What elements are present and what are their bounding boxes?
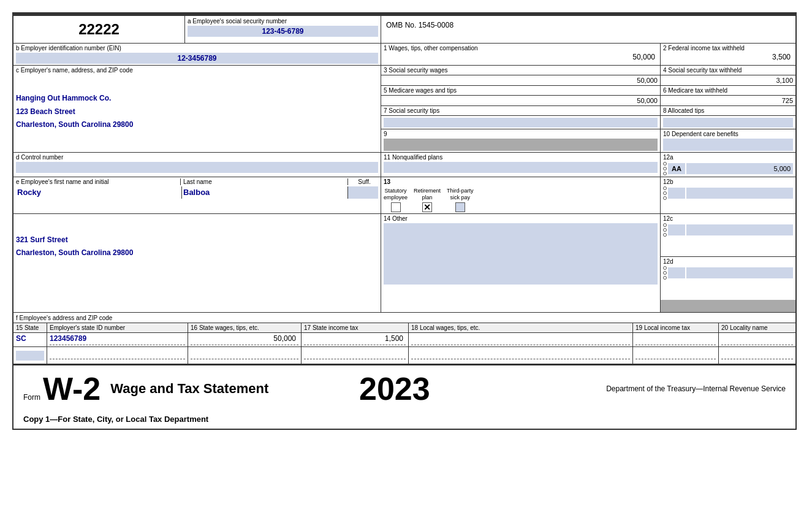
box5-label-text: 5 Medicare wages and tips <box>384 87 658 94</box>
first-name-label: e Employee's first name and initial <box>16 178 180 185</box>
cell-box17-val: 1,500 <box>302 333 409 346</box>
row-box3-value: 50,000 3,100 <box>381 75 795 86</box>
box17-value: 1,500 <box>304 334 406 345</box>
cell-control: d Control number <box>13 153 381 177</box>
cell-box20-header: 20 Locality name <box>719 323 795 332</box>
box12b-value <box>686 188 793 199</box>
box13-checkboxes: Statutoryemployee Retirementplan ✕ Third… <box>384 188 658 212</box>
row-state-header: 15 State Employer's state ID number 16 S… <box>13 323 795 333</box>
box12c-code <box>668 224 685 235</box>
box16-value: 50,000 <box>191 334 298 345</box>
cell-box2: 2 Federal income tax withheld 3,500 <box>661 44 795 65</box>
box12a-code: AA <box>668 163 685 174</box>
thirdparty-checkbox[interactable] <box>455 202 465 212</box>
employee-name-labels: e Employee's first name and initial Last… <box>16 178 378 185</box>
row-ein: b Employer identification number (EIN) 1… <box>13 44 795 66</box>
cell-box17-val2 <box>302 347 409 364</box>
footer-year: 2023 <box>359 370 430 407</box>
box19-value <box>636 334 716 345</box>
cell-box1: 1 Wages, tips, other compensation 50,000 <box>381 44 661 65</box>
cell-box19-val2 <box>633 347 719 364</box>
row-box7-value <box>381 116 795 129</box>
box9-label-text: 9 <box>384 131 658 137</box>
box19-label-text: 19 Local income tax <box>636 324 690 331</box>
cell-box12c: 12c <box>661 214 795 258</box>
cell-box12a: 12a AA 5,000 <box>661 153 795 177</box>
row-box7-label: 7 Social security tips 8 Allocated tips <box>381 106 795 116</box>
cell-box3-label: 3 Social security wages <box>381 66 661 75</box>
cell-box5-label: 5 Medicare wages and tips <box>381 86 661 95</box>
box12b-code <box>668 188 685 199</box>
box12a-label-text: 12a <box>663 154 793 161</box>
cell-box6-label: 6 Medicare tax withheld <box>661 86 795 95</box>
employee-address-label: f Employee's address and ZIP code <box>16 315 112 321</box>
box20-label-text: 20 Locality name <box>721 324 768 331</box>
cell-box7-label: 7 Social security tips <box>381 106 661 115</box>
retirement-checkbox[interactable]: ✕ <box>422 202 432 212</box>
cell-ssn: a Employee's social security number 123-… <box>185 16 381 43</box>
box4-label-text: 4 Social security tax withheld <box>663 67 793 74</box>
row-box3-label: 3 Social security wages 4 Social securit… <box>381 66 795 75</box>
cell-box20-val2 <box>719 347 795 364</box>
cell-box7-value <box>381 116 661 129</box>
box6-label-text: 6 Medicare tax withheld <box>663 87 793 94</box>
cell-box8-value <box>661 116 795 129</box>
ein-value[interactable]: 12-3456789 <box>16 53 378 64</box>
footer-copy: Copy 1—For State, City, or Local Tax Dep… <box>23 415 208 424</box>
cell-box12b: 12b <box>661 177 795 213</box>
row-box5-value: 50,000 725 <box>381 96 795 106</box>
box15-stateid-value: 123456789 <box>50 334 185 345</box>
box12a-value: 5,000 <box>686 163 793 174</box>
box12d-code <box>668 267 685 278</box>
footer-wage-statement: Wage and Tax Statement <box>110 381 268 397</box>
cell-box18-header: 18 Local wages, tips, etc. <box>409 323 633 332</box>
w2-form-main: 22222 a Employee's social security numbe… <box>12 15 797 430</box>
cell-box3-value: 50,000 <box>381 75 661 85</box>
form-title-block: Form W-2 <box>23 373 101 405</box>
statutory-employee-item: Statutoryemployee <box>384 188 408 212</box>
cell-box15-state-label: 15 State <box>13 323 47 332</box>
footer-copy-row: Copy 1—For State, City, or Local Tax Dep… <box>13 412 795 429</box>
cell-box15-state-val2 <box>13 347 47 364</box>
box12c-value <box>686 224 793 235</box>
cell-box4-label: 4 Social security tax withheld <box>661 66 795 75</box>
employer-addr2: Charleston, South Carolina 29800 <box>16 118 378 132</box>
employer-address-block: Hanging Out Hammock Co. 123 Beach Street… <box>16 92 378 132</box>
box1-value: 50,000 <box>384 53 658 61</box>
box20-value <box>721 334 793 345</box>
cell-box15-stateid-val: 123456789 <box>47 333 188 346</box>
employee-last-value: Balboa <box>181 186 347 199</box>
box6-value: 725 <box>782 97 793 104</box>
cell-box9-label: 9 <box>381 129 661 152</box>
cell-box12d: 12d <box>661 257 795 300</box>
cell-box10-label: 10 Dependent care benefits <box>661 129 795 152</box>
box15-label-text: 15 State <box>16 324 39 331</box>
right-box13-12b: 13 Statutoryemployee Retirementplan ✕ Th… <box>381 177 795 213</box>
box14-label-text: 14 Other <box>384 215 658 222</box>
right-boxes-3-10: 3 Social security wages 4 Social securit… <box>381 66 795 152</box>
control-label: d Control number <box>16 154 378 161</box>
footer-form-label: Form <box>23 393 40 402</box>
row-box5-label: 5 Medicare wages and tips 6 Medicare tax… <box>381 86 795 96</box>
statutory-checkbox[interactable] <box>391 202 401 212</box>
form-code: 22222 <box>78 21 120 37</box>
cell-box5-value: 50,000 <box>381 96 661 105</box>
box4-value: 3,100 <box>776 77 793 84</box>
cell-employee-name: e Employee's first name and initial Last… <box>13 177 381 213</box>
box12d-label-text: 12d <box>663 258 793 265</box>
last-name-label-text: Last name <box>180 178 347 185</box>
retirement-label: Retirementplan <box>414 188 441 201</box>
right-box14-12cd: 14 Other 12c <box>381 214 795 312</box>
box15-state-value: SC <box>16 334 44 343</box>
cell-box20-val <box>719 333 795 346</box>
row-address-box14: 321 Surf Street Charleston, South Caroli… <box>13 214 795 313</box>
row-state-values1: SC 123456789 50,000 1,500 <box>13 333 795 347</box>
box5-value: 50,000 <box>637 97 658 104</box>
ein-label: b Employer identification number (EIN) <box>16 45 378 52</box>
right-box12cd: 12c 12d <box>661 214 795 312</box>
suff-label: Suff. <box>347 178 378 185</box>
ssn-value[interactable]: 123-45-6789 <box>188 26 378 37</box>
box11-label: 11 Nonqualified plans <box>384 154 658 161</box>
employee-addr1: 321 Surf Street <box>16 234 378 247</box>
cell-box16-header: 16 State wages, tips, etc. <box>188 323 302 332</box>
